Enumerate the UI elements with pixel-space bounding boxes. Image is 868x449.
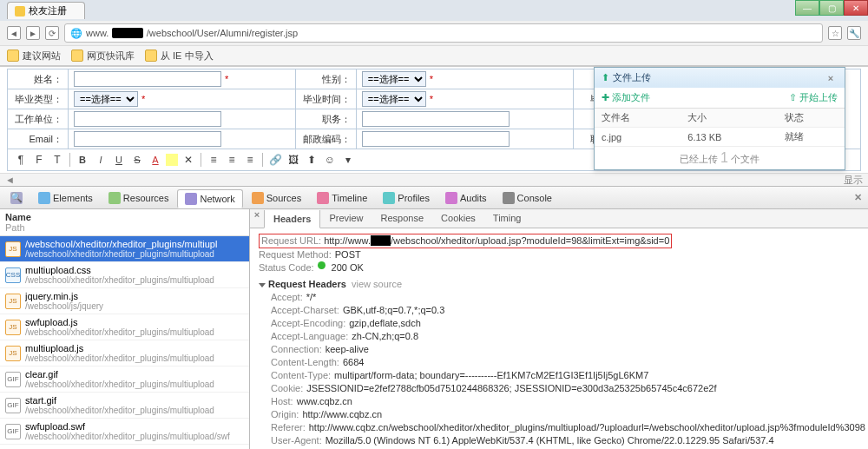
tb-color-icon[interactable]: A <box>148 152 163 168</box>
lbl-sex: 性别： <box>295 69 356 89</box>
tab-profiles[interactable]: Profiles <box>376 189 437 207</box>
tb-strike-icon[interactable]: S <box>129 152 145 168</box>
netlist-header: NamePath <box>0 209 249 236</box>
network-request-row[interactable]: GIFclear.gif/webschool/xheditor/xheditor… <box>0 366 249 393</box>
req-path: /webschool/xheditor/xheditor_plugins/mul… <box>25 380 214 389</box>
file-name: c.jpg <box>595 128 681 147</box>
tb-bold-icon[interactable]: B <box>75 152 90 168</box>
audits-icon <box>445 192 457 204</box>
network-request-row[interactable]: GIFswfupload.swf/webschool/xheditor/xhed… <box>0 419 249 445</box>
nrtab-headers[interactable]: Headers <box>264 210 320 228</box>
tb-align-center-icon[interactable]: ≡ <box>224 152 240 168</box>
devtools-close-icon[interactable]: ✕ <box>851 192 865 203</box>
tab-timeline[interactable]: Timeline <box>310 189 374 207</box>
tb-italic-icon[interactable]: I <box>93 152 108 168</box>
tab-console[interactable]: Console <box>496 189 559 207</box>
win-close[interactable]: ✕ <box>844 0 868 16</box>
select-sex[interactable]: ==选择== <box>362 71 426 87</box>
wrench-icon[interactable]: 🔧 <box>847 26 861 40</box>
select-gradtime[interactable]: ==选择== <box>362 91 426 107</box>
input-job[interactable] <box>362 111 510 127</box>
col-name: 文件名 <box>595 109 681 128</box>
file-status: 就绪 <box>778 128 845 147</box>
plus-icon: ✚ <box>602 92 609 103</box>
nav-back[interactable]: ◄ <box>7 26 21 40</box>
tab-inspect-icon[interactable]: 🔍 <box>3 189 30 207</box>
globe-icon: 🌐 <box>70 28 82 39</box>
collapse-icon[interactable] <box>259 283 266 287</box>
filetype-icon: GIF <box>5 372 21 387</box>
required-star: * <box>430 74 433 84</box>
url-box[interactable]: 🌐 www. xxxxx /webschool/User/Alumni/regi… <box>64 23 823 43</box>
nav-reload[interactable]: ⟳ <box>45 26 59 40</box>
request-url-line: Request URL: http://www.xx/webschool/xhe… <box>259 234 672 248</box>
tb-font-icon[interactable]: F <box>31 152 47 168</box>
network-request-row[interactable]: JS/webschool/xheditor/xheditor_plugins/m… <box>0 236 249 262</box>
add-file-button[interactable]: ✚添加文件 <box>602 91 650 104</box>
network-request-row[interactable]: CSSmultiupload.css/webschool/xheditor/xh… <box>0 262 249 288</box>
bookmark-suggest[interactable]: 建议网站 <box>7 50 61 63</box>
tb-link-icon[interactable]: 🔗 <box>267 152 283 168</box>
folder-icon <box>7 50 19 62</box>
win-min[interactable]: — <box>795 0 819 16</box>
input-work[interactable] <box>74 111 221 127</box>
tb-image-icon[interactable]: 🖼 <box>286 152 301 168</box>
tab-network[interactable]: Network <box>177 189 242 208</box>
browser-tab[interactable]: 校友注册 <box>7 2 85 19</box>
url-prefix: www. <box>86 28 108 38</box>
win-max[interactable]: ▢ <box>819 0 844 16</box>
tb-para-icon[interactable]: ¶ <box>13 152 29 168</box>
tab-resources[interactable]: Resources <box>102 189 176 207</box>
network-request-row[interactable]: GIFadd.gif/webschool/xheditor/xheditor_p… <box>0 445 249 449</box>
separator <box>69 153 70 167</box>
bookmark-label: 建议网站 <box>23 50 61 63</box>
url-hidden: xxxxx <box>112 28 143 38</box>
tab-sources[interactable]: Sources <box>245 189 308 207</box>
tb-emoji-icon[interactable]: ☺ <box>322 152 338 168</box>
nrtab-response[interactable]: Response <box>372 209 433 228</box>
req-name: multiupload.css <box>25 265 214 275</box>
tab-elements[interactable]: Elements <box>31 189 100 207</box>
bookmark-ie[interactable]: 从 IE 中导入 <box>145 50 214 63</box>
col-status: 状态 <box>778 109 845 128</box>
network-request-row[interactable]: GIFstart.gif/webschool/xheditor/xheditor… <box>0 393 249 419</box>
nrtab-cookies[interactable]: Cookies <box>432 209 484 228</box>
lbl-job: 职务： <box>295 109 356 129</box>
nav-fwd[interactable]: ► <box>26 26 40 40</box>
panel-close-icon[interactable]: × <box>250 209 264 228</box>
tab-favicon <box>15 6 25 17</box>
close-icon[interactable]: × <box>824 73 838 83</box>
req-name: swfupload.swf <box>25 421 230 432</box>
input-zip[interactable] <box>362 131 510 147</box>
tb-align-left-icon[interactable]: ≡ <box>206 152 221 168</box>
tb-align-right-icon[interactable]: ≡ <box>242 152 258 168</box>
bookmark-feed[interactable]: 网页快讯库 <box>71 50 135 63</box>
req-path: /webschool/xheditor/xheditor_plugins/mul… <box>25 353 214 363</box>
tb-erase-icon[interactable]: ✕ <box>181 152 196 168</box>
url-path: /webschool/User/Alumni/register.jsp <box>147 28 298 38</box>
tb-bg-icon[interactable] <box>166 154 178 166</box>
tb-upload-icon[interactable]: ⬆ <box>304 152 319 168</box>
tb-size-icon[interactable]: T <box>49 152 65 168</box>
req-path: /webschool/js/jquery <box>25 301 103 311</box>
tb-expand-icon[interactable]: ▾ <box>340 152 356 168</box>
view-source-link[interactable]: view source <box>352 279 402 289</box>
tab-audits[interactable]: Audits <box>438 189 494 207</box>
input-email[interactable] <box>74 131 221 147</box>
file-row[interactable]: c.jpg6.13 KB就绪 <box>595 128 845 147</box>
filetype-icon: GIF <box>5 424 21 439</box>
bookmark-star-icon[interactable]: ☆ <box>828 26 842 40</box>
start-upload-button[interactable]: ⇧开始上传 <box>789 91 838 104</box>
bookmark-label: 网页快讯库 <box>87 50 135 63</box>
input-name[interactable] <box>74 71 221 87</box>
select-gradtype[interactable]: ==选择== <box>74 91 138 107</box>
nrtab-timing[interactable]: Timing <box>484 209 530 228</box>
sources-icon <box>252 192 264 204</box>
tb-underline-icon[interactable]: U <box>111 152 127 168</box>
scroll-left-icon[interactable]: ◄ <box>5 175 15 185</box>
network-request-row[interactable]: JSswfupload.js/webschool/xheditor/xhedit… <box>0 314 249 340</box>
network-request-row[interactable]: JSmultiupload.js/webschool/xheditor/xhed… <box>0 340 249 366</box>
req-name: start.gif <box>25 395 214 406</box>
nrtab-preview[interactable]: Preview <box>320 209 372 228</box>
network-request-row[interactable]: JSjquery.min.js/webschool/js/jquery <box>0 288 249 314</box>
